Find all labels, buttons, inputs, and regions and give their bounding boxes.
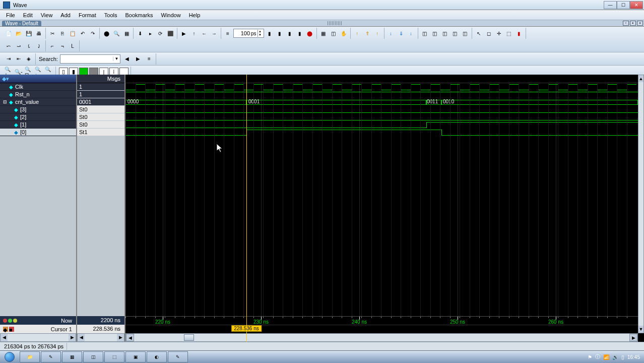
cursor-line[interactable] xyxy=(246,75,247,342)
layout4-icon[interactable]: ◫ xyxy=(450,29,460,38)
signal-row-bit0[interactable]: ◆[0] xyxy=(0,129,76,136)
insert-marker-icon[interactable]: ⇤ xyxy=(14,54,23,64)
step-icon[interactable]: ▸ xyxy=(146,29,155,38)
names-scrollbar[interactable]: ◀ ▶ xyxy=(0,333,76,342)
signal-led-icon[interactable]: ▮ xyxy=(514,29,524,38)
menu-view[interactable]: View xyxy=(37,11,57,19)
maximize-button[interactable]: ☐ xyxy=(617,1,630,9)
values-scrollbar[interactable]: ◀ ▶ xyxy=(77,333,124,342)
paste-icon[interactable]: 📋 xyxy=(68,29,77,38)
layout5-icon[interactable]: ◫ xyxy=(461,29,470,38)
tab-max-icon[interactable]: ▪ xyxy=(630,21,636,26)
scroll-up-icon[interactable]: ▲ xyxy=(638,75,643,82)
scroll-right-icon[interactable]: ▶ xyxy=(117,334,124,341)
edge2-icon[interactable]: ¬ xyxy=(58,41,67,50)
menu-help[interactable]: Help xyxy=(185,11,205,19)
cut-icon[interactable]: ✂ xyxy=(48,29,57,38)
break-all-icon[interactable]: ▮ xyxy=(295,29,304,38)
break-icon[interactable]: ⬇ xyxy=(136,29,145,38)
format-icon[interactable]: ≡ xyxy=(223,29,232,38)
next-fall-icon[interactable]: ⤸ xyxy=(34,41,43,50)
layout3-icon[interactable]: ◫ xyxy=(440,29,449,38)
menu-window[interactable]: Window xyxy=(157,11,185,19)
search-all-icon[interactable]: ≡ xyxy=(145,54,154,64)
task-app5[interactable]: ▣ xyxy=(125,351,146,362)
tab-restore-icon[interactable]: ▫ xyxy=(623,21,629,26)
print-icon[interactable]: 🖶 xyxy=(34,29,43,38)
task-app7[interactable]: ✎ xyxy=(168,351,188,362)
scroll-down-icon[interactable]: ▼ xyxy=(638,326,643,333)
signal-row-cntvalue[interactable]: ⊟◆cnt_value xyxy=(0,98,76,106)
run-100-icon[interactable]: ▮ xyxy=(265,29,274,38)
signal-row-clk[interactable]: ◆Clk xyxy=(0,83,76,91)
arrow-up1-icon[interactable]: ↑ xyxy=(353,29,362,38)
scroll-thumb[interactable] xyxy=(184,334,194,341)
continue-icon[interactable]: ▮ xyxy=(285,29,294,38)
select-icon[interactable]: ◻ xyxy=(484,29,493,38)
step-up-icon[interactable]: ↑ xyxy=(189,29,199,38)
layout1-icon[interactable]: ◫ xyxy=(420,29,429,38)
stop-icon[interactable]: ⬛ xyxy=(166,29,175,38)
time-down-icon[interactable]: ▼ xyxy=(257,33,263,37)
tray-net-icon[interactable]: 📶 xyxy=(603,354,609,360)
waveform-area[interactable]: 0000 0001 0011 0010 xyxy=(125,75,644,342)
insert-cursor-icon[interactable]: ⇥ xyxy=(4,54,13,64)
redo-icon[interactable]: ↷ xyxy=(88,29,97,38)
layout-icon[interactable]: ▦ xyxy=(122,29,131,38)
search-dropdown-icon[interactable]: ▼ xyxy=(113,56,120,61)
time-value-field[interactable] xyxy=(235,30,250,36)
new-file-icon[interactable]: 📄 xyxy=(4,29,13,38)
time-ruler[interactable]: 220 ns230 ns240 ns250 ns260 ns xyxy=(125,316,638,325)
undo-icon[interactable]: ↶ xyxy=(78,29,87,38)
wave-canvas[interactable]: 0000 0001 0011 0010 xyxy=(125,83,638,316)
signal-row-bit2[interactable]: ◆[2] xyxy=(0,113,76,121)
crosshair-icon[interactable]: ✛ xyxy=(494,29,503,38)
edge1-icon[interactable]: ⌐ xyxy=(48,41,57,50)
signal-group-icon[interactable]: ◆▾ xyxy=(2,76,9,82)
tray-info-icon[interactable]: ⓘ xyxy=(595,353,600,360)
signal-row-bit3[interactable]: ◆[3] xyxy=(0,106,76,113)
task-explorer[interactable]: 📁 xyxy=(20,351,40,362)
dataflow-icon[interactable]: ◫ xyxy=(329,29,338,38)
arrow-dn1-icon[interactable]: ↓ xyxy=(387,29,396,38)
scroll-left-icon[interactable]: ◀ xyxy=(126,334,134,341)
search-next-icon[interactable]: ▶ xyxy=(134,54,143,64)
edge3-icon[interactable]: L xyxy=(68,41,77,50)
search-input[interactable]: ▼ xyxy=(60,54,120,64)
stop-red-icon[interactable]: ⬤ xyxy=(305,29,314,38)
collapse-icon[interactable]: ⊟ xyxy=(3,99,8,104)
tray-vol-icon[interactable]: 🔊 xyxy=(612,354,618,360)
time-step-input[interactable]: ps ▲▼ xyxy=(233,29,264,38)
system-tray[interactable]: ⚑ ⓘ 📶 🔊 ▯ 16:45 xyxy=(588,353,644,360)
layout2-icon[interactable]: ◫ xyxy=(430,29,439,38)
run-icon[interactable]: ▶ xyxy=(179,29,188,38)
menu-bookmarks[interactable]: Bookmarks xyxy=(121,11,157,19)
cursor-ruler[interactable]: 228.536 ns xyxy=(125,325,638,333)
task-app3[interactable]: ◫ xyxy=(83,351,103,362)
save-icon[interactable]: 💾 xyxy=(24,29,33,38)
task-app6[interactable]: ◐ xyxy=(147,351,167,362)
signal-row-rstn[interactable]: ◆Rst_n xyxy=(0,91,76,98)
zoom-area-icon[interactable]: ⬚ xyxy=(504,29,513,38)
open-icon[interactable]: 📂 xyxy=(14,29,23,38)
arrow-up3-icon[interactable]: ↑ xyxy=(373,29,382,38)
wave-vscrollbar[interactable]: ▲ ▼ xyxy=(638,75,644,333)
tab-wave-default[interactable]: Wave - Default xyxy=(2,21,41,26)
signal-row-bit1[interactable]: ◆[1] xyxy=(0,121,76,129)
tab-close-icon[interactable]: × xyxy=(637,21,643,26)
run-all-icon[interactable]: ▮ xyxy=(275,29,284,38)
toggle-leaf-icon[interactable]: ◈ xyxy=(24,54,33,64)
step-fwd-icon[interactable]: → xyxy=(210,29,219,38)
arrow-up2-icon[interactable]: ⇑ xyxy=(363,29,372,38)
minimize-button[interactable]: — xyxy=(604,1,617,9)
prev-fall-icon[interactable]: ⤹ xyxy=(24,41,33,50)
tray-flag-icon[interactable]: ⚑ xyxy=(588,354,592,360)
search-prev-icon[interactable]: ◀ xyxy=(122,54,132,64)
menu-edit[interactable]: Edit xyxy=(19,11,37,19)
tray-clock[interactable]: 16:45 xyxy=(627,354,640,360)
scroll-left-icon[interactable]: ◀ xyxy=(1,334,8,341)
prev-edge-icon[interactable]: ⤺ xyxy=(4,41,13,50)
arrow-dn3-icon[interactable]: ↓ xyxy=(407,29,416,38)
menu-file[interactable]: File xyxy=(2,11,19,19)
task-app4[interactable]: ⬚ xyxy=(104,351,124,362)
